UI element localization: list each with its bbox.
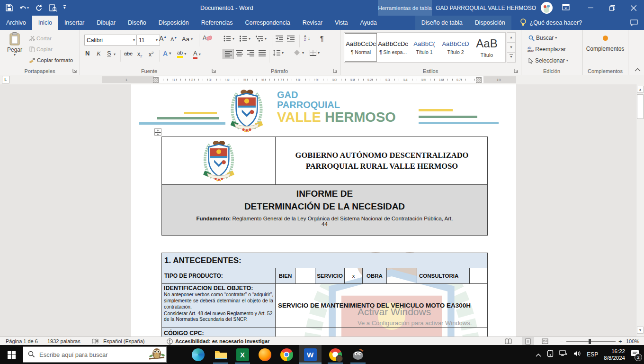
minimize-button[interactable]	[580, 0, 601, 16]
style-heading1[interactable]: AaBbC( Título 1	[409, 34, 440, 61]
obra-cell[interactable]: OBRA	[363, 268, 387, 283]
undo-dropdown-icon[interactable]: ▾	[27, 6, 29, 10]
tab-vista[interactable]: Vista	[329, 16, 354, 30]
styles-scroll-up-icon[interactable]: ▲	[507, 32, 516, 43]
scroll-up-icon[interactable]: ▲	[637, 86, 644, 93]
accessibility-status[interactable]: Accesibilidad: es necesario investigar	[175, 337, 269, 346]
tab-selector[interactable]: L	[2, 76, 9, 83]
tipo-producto-cell[interactable]: TIPO DE PRODUCTO:	[162, 268, 276, 283]
style-normal[interactable]: AaBbCcDc ¶ Normal	[345, 33, 377, 62]
table-move-handle-icon[interactable]	[154, 128, 161, 136]
page-indicator[interactable]: Página 1 de 6	[6, 337, 38, 346]
decrease-indent-button[interactable]	[276, 36, 283, 43]
zoom-in-button[interactable]: +	[618, 337, 622, 346]
taskbar-explorer-icon[interactable]	[209, 345, 232, 364]
tray-chevron-icon[interactable]	[536, 350, 541, 359]
tray-status-icon[interactable]	[547, 350, 554, 359]
servicio-cell[interactable]: SERVICIO	[315, 268, 345, 283]
font-dialog-launcher-icon[interactable]	[212, 68, 217, 73]
increase-indent-button[interactable]	[287, 36, 295, 43]
read-mode-icon[interactable]	[505, 337, 512, 346]
bold-button[interactable]: N	[85, 50, 89, 57]
obra-value-cell[interactable]	[387, 268, 417, 283]
align-left-button[interactable]	[223, 49, 234, 59]
numbering-button[interactable]: ▾	[240, 36, 250, 42]
clipboard-dialog-launcher-icon[interactable]	[72, 68, 78, 73]
taskbar-chrome-icon[interactable]	[275, 345, 298, 364]
volume-icon[interactable]	[573, 350, 581, 359]
clock[interactable]: 16:22 8/8/2024	[604, 348, 625, 362]
left-indent-marker[interactable]	[153, 77, 159, 83]
tab-revisar[interactable]: Revisar	[296, 16, 329, 30]
restore-button[interactable]	[601, 0, 623, 16]
change-case-button[interactable]: Aa▾	[182, 36, 193, 43]
close-button[interactable]	[623, 0, 644, 16]
zoom-slider-thumb[interactable]	[589, 339, 591, 344]
paste-button[interactable]: Pegar ▾	[5, 32, 25, 64]
superscript-button[interactable]: x2	[149, 51, 153, 58]
font-size-combobox[interactable]: 11▾	[136, 35, 160, 46]
tab-archivo[interactable]: Archivo	[0, 16, 32, 30]
cut-button[interactable]: Cortar	[29, 36, 52, 41]
taskbar-chrome-profile-icon[interactable]	[324, 345, 347, 364]
shading-button[interactable]: ▾	[294, 50, 304, 56]
tab-referencias[interactable]: Referencias	[195, 16, 239, 30]
bullets-button[interactable]: ▾	[224, 36, 234, 42]
sort-button[interactable]: AZ ↓	[304, 35, 310, 41]
consultoria-value-cell[interactable]	[470, 268, 488, 283]
clear-formatting-button[interactable]: A	[203, 34, 212, 43]
codigo-cpc-value-cell[interactable]	[276, 328, 488, 337]
table-row-report-title[interactable]: INFORME DE DETERMINACIÓN DE LA NECESIDAD…	[161, 185, 488, 236]
tell-me-box[interactable]: ¿Qué desea hacer?	[520, 16, 582, 30]
taskbar-edge-icon[interactable]	[187, 345, 209, 364]
tab-dibujar[interactable]: Dibujar	[90, 16, 122, 30]
table-row-tipo-producto[interactable]: TIPO DE PRODUCTO: BIEN SERVICIO x OBRA C…	[161, 268, 488, 284]
zoom-slider[interactable]	[566, 337, 616, 346]
org-crest-cell[interactable]	[162, 137, 276, 184]
styles-more-icon[interactable]: ▼	[507, 52, 516, 63]
comments-icon[interactable]	[624, 16, 644, 30]
tab-insertar[interactable]: Insertar	[58, 16, 90, 30]
find-button[interactable]: Buscar▾	[528, 35, 557, 41]
objeto-value-cell[interactable]: SERVICIO DE MANTENIMIENTO DEL VEHICULO M…	[276, 284, 488, 327]
account-name[interactable]: GAD PARROQUIAL VALLE HERMOSO	[436, 5, 536, 11]
tab-disposicion[interactable]: Disposición	[152, 16, 195, 30]
font-color-button[interactable]: A▾	[193, 50, 201, 59]
table-row-org[interactable]: GOBIERNO AUTÓNOMO DESCENTRALIZADO PARROQ…	[161, 136, 488, 185]
taskbar-excel-icon[interactable]: X	[231, 345, 254, 364]
codigo-cpc-cell[interactable]: CÓDIGO CPC:	[162, 328, 276, 337]
italic-button[interactable]: K	[97, 50, 101, 57]
redo-icon[interactable]	[36, 4, 43, 11]
underline-dropdown-icon[interactable]: ▾	[114, 53, 116, 56]
accessibility-icon[interactable]	[167, 337, 173, 346]
horizontal-ruler[interactable]: 1 1 2 3 4 5 6 7 8 9 10 11 12 13 14 15 16…	[102, 76, 516, 83]
strikethrough-button[interactable]: abc	[124, 51, 133, 56]
font-name-combobox[interactable]: Calibri▾	[84, 35, 137, 46]
language-badge[interactable]: ESP	[587, 351, 598, 358]
zoom-level[interactable]: 100%	[626, 337, 639, 346]
multilevel-list-button[interactable]: ▾	[256, 36, 267, 42]
org-name-cell[interactable]: GOBIERNO AUTÓNOMO DESCENTRALIZADO PARROQ…	[276, 137, 488, 184]
replace-button[interactable]: ab⇄ac Reemplazar	[528, 46, 566, 53]
copy-button[interactable]: Copiar	[29, 46, 53, 52]
taskbar-gimp-icon[interactable]	[347, 345, 369, 364]
align-right-button[interactable]	[247, 50, 254, 57]
paragraph-dialog-launcher-icon[interactable]	[333, 68, 338, 73]
styles-scroll-down-icon[interactable]: ▼	[507, 42, 516, 53]
text-effects-button[interactable]: A▾	[163, 50, 171, 57]
web-layout-icon[interactable]	[542, 337, 548, 346]
underline-button[interactable]: S	[107, 50, 111, 57]
tab-diseno-de-tabla[interactable]: Diseño de tabla	[415, 16, 469, 30]
taskbar-search-input[interactable]: Escribe aquí para buscar	[23, 346, 167, 363]
save-icon[interactable]	[6, 4, 13, 11]
taskbar-firefox-icon[interactable]	[253, 345, 276, 364]
grow-font-button[interactable]: A▲	[159, 35, 167, 42]
consultoria-cell[interactable]: CONSULTORIA	[417, 268, 470, 283]
align-center-button[interactable]	[236, 50, 243, 57]
avatar[interactable]	[541, 2, 553, 14]
ribbon-display-options-icon[interactable]	[562, 4, 570, 12]
print-layout-icon[interactable]	[522, 337, 534, 346]
tab-disposicion-tabla[interactable]: Disposición	[469, 16, 511, 30]
style-title[interactable]: AaB Título	[471, 34, 502, 61]
document-page[interactable]: GAD PARROQUIAL VALLE HERMOSO GOBIERNO AU…	[131, 84, 516, 337]
